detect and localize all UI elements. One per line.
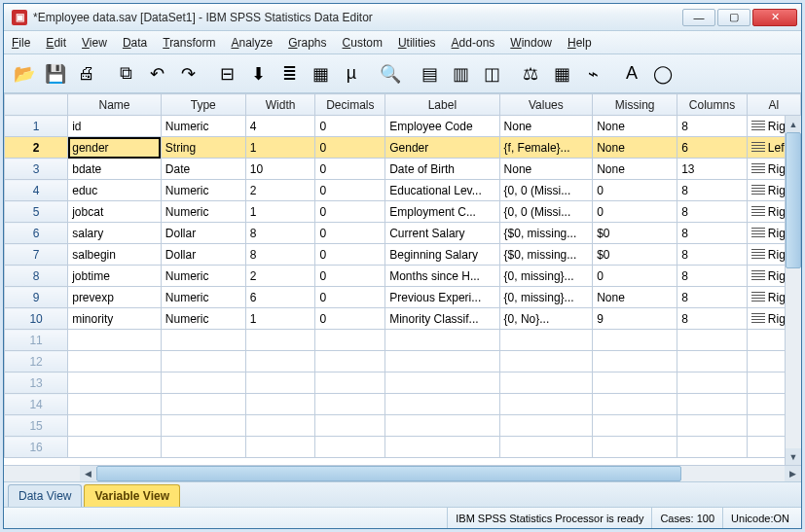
cell-empty[interactable]	[385, 351, 499, 372]
cell-empty[interactable]	[68, 351, 162, 372]
cell-name[interactable]: prevexp	[68, 287, 162, 308]
redo-icon[interactable]: ↷	[173, 59, 202, 89]
cell-label[interactable]: Date of Birth	[385, 159, 499, 180]
variables-icon[interactable]: ≣	[274, 59, 304, 89]
col-header-values[interactable]: Values	[499, 94, 593, 116]
cell-type[interactable]: Date	[161, 159, 245, 180]
menu-add-ons[interactable]: Add-ons	[452, 36, 495, 50]
row-header[interactable]: 16	[5, 437, 68, 458]
cell-dec[interactable]: 0	[315, 159, 385, 180]
cell-type[interactable]: Numeric	[161, 266, 245, 287]
col-header-missing[interactable]: Missing	[593, 94, 677, 116]
cell-empty[interactable]	[385, 437, 499, 458]
row-header[interactable]: 10	[5, 308, 68, 330]
hscroll-thumb[interactable]	[96, 466, 681, 481]
cell-width[interactable]: 10	[245, 159, 315, 180]
cell-empty[interactable]	[385, 330, 499, 351]
cell-type[interactable]: Numeric	[161, 308, 245, 330]
row-header[interactable]: 3	[5, 159, 68, 180]
cell-empty[interactable]	[677, 415, 748, 437]
cell-cols[interactable]: 8	[677, 244, 748, 266]
cell-type[interactable]: Dollar	[161, 244, 245, 266]
cell-label[interactable]: Employee Code	[385, 116, 499, 137]
cell-missing[interactable]: None	[593, 159, 677, 180]
cell-width[interactable]: 2	[245, 180, 315, 201]
menu-graphs[interactable]: Graphs	[288, 36, 326, 50]
cell-empty[interactable]	[245, 330, 315, 351]
cell-label[interactable]: Previous Experi...	[385, 287, 499, 308]
cell-empty[interactable]	[499, 437, 593, 458]
cell-missing[interactable]: None	[593, 287, 677, 308]
tab-variable-view[interactable]: Variable View	[84, 484, 180, 507]
col-header-columns[interactable]: Columns	[677, 94, 748, 116]
menu-file[interactable]: File	[12, 36, 30, 50]
goto-case-icon[interactable]: ⊟	[212, 59, 241, 89]
use-sets-icon[interactable]: ◯	[648, 59, 677, 89]
cell-empty[interactable]	[385, 394, 499, 415]
cell-empty[interactable]	[161, 415, 245, 437]
open-icon[interactable]: 📂	[10, 59, 39, 89]
col-header-decimals[interactable]: Decimals	[315, 94, 385, 116]
insert-case-icon[interactable]: ▤	[415, 59, 444, 89]
cell-cols[interactable]: 6	[677, 137, 748, 159]
cell-empty[interactable]	[68, 330, 162, 351]
cell-name[interactable]: educ	[68, 180, 162, 201]
menu-edit[interactable]: Edit	[46, 36, 66, 50]
close-button[interactable]: ✕	[752, 9, 797, 26]
cell-missing[interactable]: 0	[593, 266, 677, 287]
descr-stats-icon[interactable]: µ	[337, 59, 366, 89]
cell-label[interactable]: Educational Lev...	[385, 180, 499, 201]
maximize-button[interactable]: ▢	[717, 9, 750, 26]
row-header[interactable]: 5	[5, 201, 68, 223]
col-header-al[interactable]: Al	[747, 94, 800, 116]
cell-empty[interactable]	[245, 437, 315, 458]
cell-type[interactable]: Dollar	[161, 223, 245, 244]
corner-header[interactable]	[5, 94, 68, 116]
cell-empty[interactable]	[245, 394, 315, 415]
goto-var-icon[interactable]: ⬇	[243, 59, 273, 89]
cell-values[interactable]: None	[499, 159, 593, 180]
cell-missing[interactable]: $0	[593, 223, 677, 244]
print-icon[interactable]: 🖨	[72, 59, 101, 89]
menu-custom[interactable]: Custom	[343, 36, 383, 50]
cell-values[interactable]: {$0, missing...	[499, 244, 593, 266]
cell-empty[interactable]	[161, 330, 245, 351]
menu-view[interactable]: View	[82, 36, 107, 50]
cell-cols[interactable]: 8	[677, 287, 748, 308]
cell-dec[interactable]: 0	[315, 116, 385, 137]
cell-dec[interactable]: 0	[315, 180, 385, 201]
cell-missing[interactable]: 0	[593, 201, 677, 223]
cell-cols[interactable]: 8	[677, 180, 748, 201]
scroll-down-button[interactable]: ▼	[786, 448, 801, 465]
cell-label[interactable]: Months since H...	[385, 266, 499, 287]
cell-label[interactable]: Beginning Salary	[385, 244, 499, 266]
menu-data[interactable]: Data	[123, 36, 147, 50]
menu-help[interactable]: Help	[567, 36, 592, 50]
split-icon[interactable]: ◫	[477, 59, 506, 89]
cell-name[interactable]: id	[68, 116, 162, 137]
cell-empty[interactable]	[499, 415, 593, 437]
select-icon[interactable]: ▦	[547, 59, 576, 89]
cell-empty[interactable]	[593, 330, 677, 351]
cell-empty[interactable]	[68, 415, 162, 437]
cell-empty[interactable]	[245, 372, 315, 394]
recall-icon[interactable]: ⧉	[111, 59, 140, 89]
cell-empty[interactable]	[593, 437, 677, 458]
cell-empty[interactable]	[677, 330, 748, 351]
row-header[interactable]: 11	[5, 330, 68, 351]
cell-values[interactable]: {0, 0 (Missi...	[499, 201, 593, 223]
cell-type[interactable]: Numeric	[161, 180, 245, 201]
cell-label[interactable]: Minority Classif...	[385, 308, 499, 330]
cell-empty[interactable]	[245, 351, 315, 372]
cell-values[interactable]: {0, missing}...	[499, 266, 593, 287]
cell-type[interactable]: Numeric	[161, 201, 245, 223]
insert-var-icon[interactable]: ▥	[446, 59, 475, 89]
row-header[interactable]: 4	[5, 180, 68, 201]
cell-width[interactable]: 1	[245, 201, 315, 223]
cell-empty[interactable]	[245, 415, 315, 437]
cell-cols[interactable]: 8	[677, 201, 748, 223]
row-header[interactable]: 14	[5, 394, 68, 415]
find-icon[interactable]: 🔍	[376, 59, 405, 89]
cell-width[interactable]: 1	[245, 308, 315, 330]
row-header[interactable]: 9	[5, 287, 68, 308]
